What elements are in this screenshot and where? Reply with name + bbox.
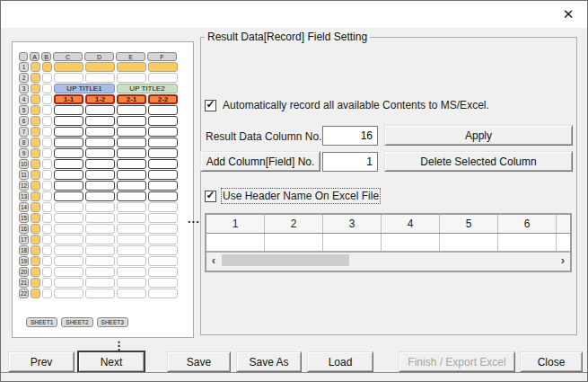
cell-E15[interactable] xyxy=(117,213,146,223)
table-col-header-4[interactable]: 4 xyxy=(382,215,440,233)
table-cell-4[interactable] xyxy=(382,234,440,251)
cell-F5[interactable] xyxy=(148,105,178,115)
cell-F10[interactable] xyxy=(148,159,178,169)
field-cell-2-1[interactable]: 2-1 xyxy=(117,94,146,104)
cell-F19[interactable] xyxy=(148,256,178,266)
cell-F11[interactable] xyxy=(148,170,178,180)
cell-E14[interactable] xyxy=(117,202,146,212)
scrollbar-thumb[interactable] xyxy=(222,254,349,266)
add-column-count-input[interactable] xyxy=(322,152,378,172)
next-button[interactable]: Next xyxy=(78,351,145,372)
cell-E11[interactable] xyxy=(117,170,146,180)
table-cell-1[interactable] xyxy=(206,234,265,251)
table-col-header-1[interactable]: 1 xyxy=(206,215,265,233)
close-button[interactable]: Close xyxy=(520,351,583,372)
cell-C17[interactable] xyxy=(54,235,83,244)
delete-selected-column-button[interactable]: Delete Selected Column xyxy=(384,151,573,172)
cell-D20[interactable] xyxy=(85,267,115,277)
save-button[interactable]: Save xyxy=(167,351,231,372)
horizontal-scrollbar[interactable]: ‹ › xyxy=(206,253,570,268)
scrollbar-track[interactable] xyxy=(221,253,556,268)
add-column-button[interactable]: Add Column[Field] No. xyxy=(200,151,320,172)
cell-C21[interactable] xyxy=(54,278,83,288)
table-col-header-6[interactable]: 6 xyxy=(498,215,557,233)
cell-F21[interactable] xyxy=(148,278,178,288)
cell-D14[interactable] xyxy=(85,202,115,212)
cell-C12[interactable] xyxy=(54,181,83,191)
cell-D6[interactable] xyxy=(85,116,115,126)
cell-C22[interactable] xyxy=(54,289,83,298)
cell-F6[interactable] xyxy=(148,116,178,126)
cell-F22[interactable] xyxy=(148,289,178,298)
cell-C10[interactable] xyxy=(54,159,83,169)
table-cell-3[interactable] xyxy=(323,234,382,251)
cell-C2[interactable] xyxy=(54,73,83,83)
cell-D18[interactable] xyxy=(85,245,115,255)
up-title-1-cell[interactable]: UP TITLE1 xyxy=(54,84,115,93)
table-col-header-3[interactable]: 3 xyxy=(323,215,382,233)
cell-E10[interactable] xyxy=(117,159,146,169)
cell-C15[interactable] xyxy=(54,213,83,223)
up-title-2-cell[interactable]: UP TITLE2 xyxy=(117,84,178,93)
cell-D11[interactable] xyxy=(85,170,115,180)
scroll-left-icon[interactable]: ‹ xyxy=(206,253,221,268)
cell-E20[interactable] xyxy=(117,267,146,277)
cell-F9[interactable] xyxy=(148,148,178,158)
cell-D21[interactable] xyxy=(85,278,115,288)
cell-E16[interactable] xyxy=(117,224,146,234)
cell-E6[interactable] xyxy=(117,116,146,126)
cell-C9[interactable] xyxy=(54,148,83,158)
table-col-header-5[interactable]: 5 xyxy=(440,215,498,233)
cell-D15[interactable] xyxy=(85,213,115,223)
cell-D9[interactable] xyxy=(85,148,115,158)
cell-E22[interactable] xyxy=(117,289,146,298)
cell-E21[interactable] xyxy=(117,278,146,288)
cell-C7[interactable] xyxy=(54,127,83,137)
field-cell-1-2[interactable]: 1-2 xyxy=(85,94,115,104)
cell-D2[interactable] xyxy=(85,73,115,83)
cell-C5[interactable] xyxy=(54,105,83,115)
cell-F20[interactable] xyxy=(148,267,178,277)
cell-E18[interactable] xyxy=(117,245,146,255)
cell-F16[interactable] xyxy=(148,224,178,234)
cell-E17[interactable] xyxy=(117,235,146,244)
cell-F8[interactable] xyxy=(148,138,178,147)
cell-D13[interactable] xyxy=(85,191,115,201)
cell-E9[interactable] xyxy=(117,148,146,158)
result-column-input[interactable] xyxy=(322,126,378,146)
auto-record-checkbox[interactable]: ✓ Automatically record all available Con… xyxy=(205,99,489,111)
cell-F13[interactable] xyxy=(148,191,178,201)
checkbox-box[interactable]: ✓ xyxy=(205,100,216,111)
cell-E19[interactable] xyxy=(117,256,146,266)
cell-D5[interactable] xyxy=(85,105,115,115)
cell-C14[interactable] xyxy=(54,202,83,212)
cell-D22[interactable] xyxy=(85,289,115,298)
use-header-name-checkbox[interactable]: ✓ Use Header Name On Excel File xyxy=(205,190,379,202)
cell-D10[interactable] xyxy=(85,159,115,169)
cell-E13[interactable] xyxy=(117,191,146,201)
cell-D16[interactable] xyxy=(85,224,115,234)
scroll-right-icon[interactable]: › xyxy=(556,253,570,268)
cell-D19[interactable] xyxy=(85,256,115,266)
cell-D17[interactable] xyxy=(85,235,115,244)
cell-D7[interactable] xyxy=(85,127,115,137)
table-cell-2[interactable] xyxy=(265,234,323,251)
load-button[interactable]: Load xyxy=(307,351,373,372)
cell-F12[interactable] xyxy=(148,181,178,191)
cell-C6[interactable] xyxy=(54,116,83,126)
cell-E5[interactable] xyxy=(117,105,146,115)
table-col-header-2[interactable]: 2 xyxy=(265,215,323,233)
table-cell-5[interactable] xyxy=(440,234,498,251)
table-cell-6[interactable] xyxy=(498,234,557,251)
sheet-tab-sheet3[interactable]: SHEET3 xyxy=(97,317,128,327)
close-icon[interactable]: ✕ xyxy=(557,4,579,24)
cell-C11[interactable] xyxy=(54,170,83,180)
cell-C8[interactable] xyxy=(54,138,83,147)
cell-D12[interactable] xyxy=(85,181,115,191)
sheet-tab-sheet2[interactable]: SHEET2 xyxy=(61,317,92,327)
apply-button[interactable]: Apply xyxy=(384,125,573,146)
cell-C20[interactable] xyxy=(54,267,83,277)
cell-E7[interactable] xyxy=(117,127,146,137)
cell-F7[interactable] xyxy=(148,127,178,137)
field-cell-1-1[interactable]: 1-1 xyxy=(54,94,83,104)
